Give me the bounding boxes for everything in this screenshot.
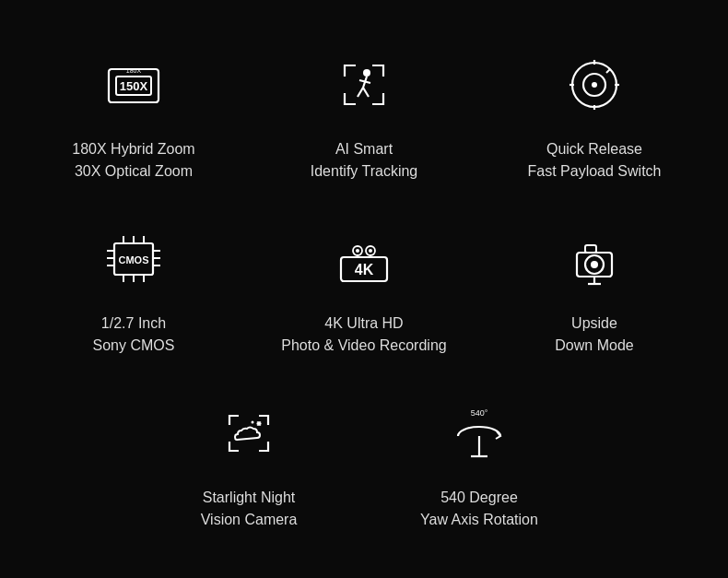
starlight-icon xyxy=(212,396,286,470)
cell-4k-video: 4K 4K Ultra HDPhoto & Video Recording xyxy=(249,202,479,376)
svg-point-36 xyxy=(369,249,372,253)
tracking-label: AI SmartIdentify Tracking xyxy=(311,138,418,183)
svg-point-47 xyxy=(252,420,254,423)
cell-yaw-rotation: 540° 540 DegreeYaw Axis Rotation xyxy=(364,376,594,550)
bottom-row: Starlight NightVision Camera 540° xyxy=(18,376,710,550)
svg-text:540°: 540° xyxy=(471,408,488,418)
svg-point-4 xyxy=(363,69,370,77)
yaw-label: 540 DegreeYaw Axis Rotation xyxy=(420,487,538,531)
cell-ai-tracking: AI SmartIdentify Tracking xyxy=(249,28,479,202)
svg-point-35 xyxy=(356,249,359,253)
svg-line-7 xyxy=(358,88,363,97)
svg-line-6 xyxy=(359,80,370,83)
svg-line-16 xyxy=(606,69,610,73)
zoom-label: 180X Hybrid Zoom30X Optical Zoom xyxy=(72,138,194,183)
starlight-label: Starlight NightVision Camera xyxy=(201,487,298,531)
4k-icon: 4K xyxy=(327,222,401,296)
svg-text:180X: 180X xyxy=(126,67,142,74)
svg-text:4K: 4K xyxy=(355,262,374,277)
cmos-icon: CMOS xyxy=(97,222,170,296)
yaw-icon: 540° xyxy=(442,396,516,470)
cell-upside-down: UpsideDown Mode xyxy=(479,202,710,376)
svg-rect-40 xyxy=(585,245,596,253)
upsidedown-label: UpsideDown Mode xyxy=(555,313,633,357)
release-icon xyxy=(558,48,631,122)
svg-text:CMOS: CMOS xyxy=(119,254,149,265)
release-label: Quick ReleaseFast Payload Switch xyxy=(528,138,662,183)
feature-grid: 180X 150X 180X Hybrid Zoom30X Optical Zo… xyxy=(0,0,728,578)
zoom-icon: 180X 150X xyxy=(97,48,170,122)
4k-label: 4K Ultra HDPhoto & Video Recording xyxy=(281,313,446,357)
svg-point-39 xyxy=(591,261,598,268)
cell-hybrid-zoom: 180X 150X 180X Hybrid Zoom30X Optical Zo… xyxy=(18,28,249,202)
cell-sony-cmos: CMOS 1/2.7 InchSony CMOS xyxy=(18,202,249,376)
tracking-icon xyxy=(327,48,401,122)
svg-line-8 xyxy=(363,88,369,97)
upsidedown-icon xyxy=(558,222,631,296)
cell-quick-release: Quick ReleaseFast Payload Switch xyxy=(479,28,710,202)
cmos-label: 1/2.7 InchSony CMOS xyxy=(93,313,175,357)
svg-point-11 xyxy=(592,82,597,88)
cell-starlight: Starlight NightVision Camera xyxy=(134,376,364,550)
svg-text:150X: 150X xyxy=(120,79,148,93)
